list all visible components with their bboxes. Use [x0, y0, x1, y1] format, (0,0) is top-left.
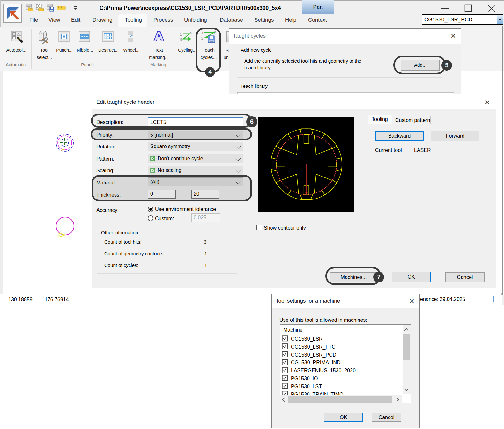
svg-text:3: 3 [180, 37, 182, 42]
svg-text:1: 1 [180, 32, 182, 37]
